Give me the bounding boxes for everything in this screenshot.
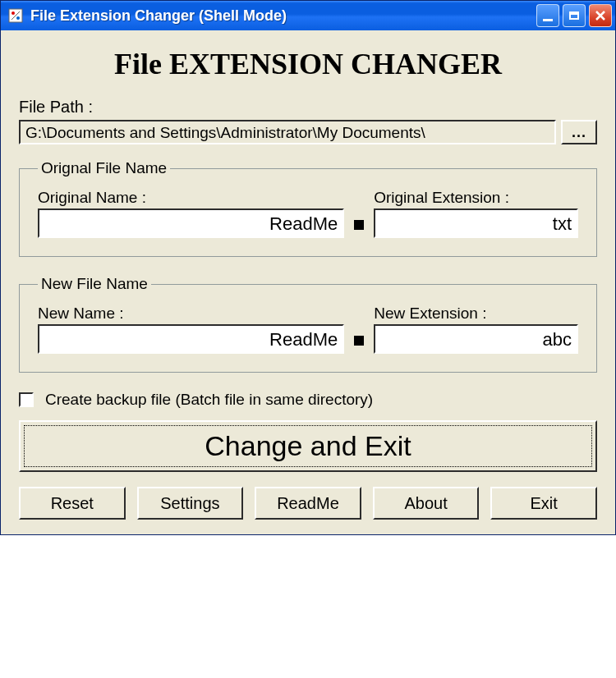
- client-area: File EXTENSION CHANGER File Path : G:\Do…: [1, 30, 615, 534]
- svg-point-1: [11, 11, 15, 15]
- backup-checkbox-label: Create backup file (Batch file in same d…: [45, 391, 373, 409]
- about-button[interactable]: About: [373, 487, 480, 520]
- dot-separator-icon: [354, 336, 364, 346]
- window-title: File Extension Changer (Shell Mode): [30, 7, 536, 25]
- original-ext-field[interactable]: txt: [374, 208, 578, 238]
- reset-button[interactable]: Reset: [19, 487, 126, 520]
- titlebar-buttons: [536, 4, 612, 27]
- dot-separator-icon: [354, 220, 364, 230]
- file-path-field[interactable]: G:\Documents and Settings\Administrator\…: [19, 120, 556, 144]
- exit-button[interactable]: Exit: [490, 487, 597, 520]
- original-name-label: Original Name :: [38, 189, 344, 207]
- new-file-group: New File Name New Name : ReadMe New Exte…: [19, 275, 597, 373]
- svg-point-2: [16, 16, 20, 20]
- new-group-legend: New File Name: [38, 275, 151, 293]
- maximize-button[interactable]: [563, 4, 586, 27]
- close-button[interactable]: [589, 4, 612, 27]
- original-ext-label: Original Extension :: [374, 189, 578, 207]
- file-path-label: File Path :: [19, 98, 597, 117]
- new-name-field[interactable]: ReadMe: [38, 324, 344, 354]
- readme-button[interactable]: ReadMe: [255, 487, 361, 520]
- new-ext-label: New Extension :: [374, 305, 578, 323]
- app-window: File Extension Changer (Shell Mode) File…: [0, 0, 616, 535]
- page-title: File EXTENSION CHANGER: [19, 47, 597, 81]
- settings-button[interactable]: Settings: [137, 487, 244, 520]
- file-path-row: G:\Documents and Settings\Administrator\…: [19, 120, 597, 144]
- titlebar: File Extension Changer (Shell Mode): [1, 1, 615, 30]
- minimize-button[interactable]: [536, 4, 559, 27]
- original-group-legend: Orignal File Name: [38, 159, 170, 177]
- app-icon: [7, 7, 24, 24]
- change-and-exit-button[interactable]: Change and Exit: [19, 420, 597, 472]
- original-name-field[interactable]: ReadMe: [38, 208, 344, 238]
- new-name-label: New Name :: [38, 305, 344, 323]
- backup-checkbox-row[interactable]: Create backup file (Batch file in same d…: [19, 391, 597, 409]
- original-file-group: Orignal File Name Original Name : ReadMe…: [19, 159, 597, 257]
- bottom-button-row: Reset Settings ReadMe About Exit: [19, 487, 597, 520]
- new-ext-field[interactable]: abc: [374, 324, 578, 354]
- browse-button[interactable]: ...: [561, 120, 597, 144]
- backup-checkbox[interactable]: [19, 392, 34, 407]
